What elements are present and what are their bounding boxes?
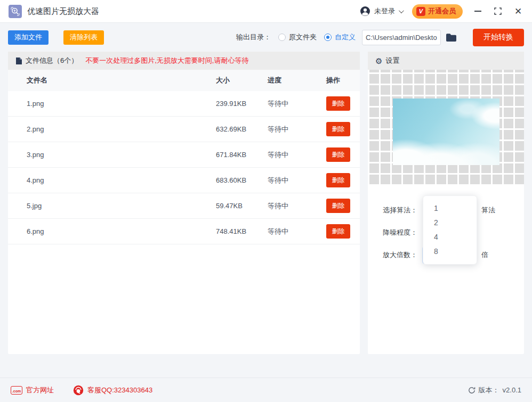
toolbar: 添加文件 清除列表 输出目录： 原文件夹 自定义 开始转换	[0, 23, 532, 52]
settings-header: ⚙ 设置	[368, 52, 524, 70]
titlebar: 优速图片无损放大器 未登录 V 开通会员 ✕	[0, 0, 532, 23]
official-website-label: 官方网址	[26, 385, 54, 395]
version-label: 版本：	[479, 385, 499, 395]
scale-option-4[interactable]: 4	[423, 230, 477, 244]
file-status: 等待中	[268, 99, 326, 109]
vip-badge-icon: V	[416, 7, 425, 16]
transparency-checkerboard	[368, 70, 524, 186]
radio-custom-folder[interactable]: 自定义	[324, 32, 356, 42]
column-filename: 文件名	[27, 76, 216, 85]
file-name: 2.png	[27, 125, 216, 133]
scale-suffix: 倍	[481, 250, 488, 260]
table-row: 2.png 632.69KB 等待中 删除	[8, 117, 360, 142]
app-title: 优速图片无损放大器	[27, 6, 99, 17]
file-status: 等待中	[268, 227, 326, 236]
customer-service-label: 客服QQ:3234303643	[87, 385, 152, 395]
algorithm-suffix: 算法	[481, 206, 495, 215]
app-logo-icon	[9, 5, 22, 18]
file-status: 等待中	[268, 201, 326, 211]
chevron-down-icon	[399, 8, 404, 13]
denoise-label: 降噪程度：	[383, 228, 423, 237]
radio-original-folder[interactable]: 原文件夹	[278, 32, 317, 42]
settings-title: 设置	[385, 56, 399, 65]
file-status: 等待中	[268, 176, 326, 185]
vip-button-label: 开通会员	[428, 6, 456, 16]
file-size: 683.60KB	[216, 176, 268, 184]
clear-list-button[interactable]: 清除列表	[63, 30, 104, 45]
file-name: 5.jpg	[27, 202, 216, 210]
radio-original-icon	[278, 34, 286, 41]
file-name: 4.png	[27, 176, 216, 184]
file-size: 632.69KB	[216, 125, 268, 133]
browse-folder-button[interactable]	[446, 33, 457, 42]
close-icon: ✕	[514, 7, 522, 16]
login-status: 未登录	[374, 6, 395, 16]
file-size: 59.47KB	[216, 202, 268, 210]
file-name: 1.png	[27, 100, 216, 108]
delete-button[interactable]: 删除	[326, 173, 350, 187]
minimize-button[interactable]	[472, 6, 483, 17]
refresh-icon[interactable]	[468, 387, 475, 394]
output-dir-label: 输出目录：	[236, 32, 271, 42]
folder-icon	[446, 33, 457, 42]
table-row: 5.jpg 59.47KB 等待中 删除	[8, 193, 360, 219]
file-panel-warning: 不要一次处理过多图片,无损放大需要时间,请耐心等待	[85, 56, 248, 65]
settings-panel: ⚙ 设置 选择算法： 神经网络 算法 降噪程度： 中	[368, 52, 524, 354]
website-icon: .com	[11, 386, 22, 395]
column-size: 大小	[216, 76, 268, 85]
maximize-button[interactable]	[493, 6, 503, 17]
table-row: 3.png 671.84KB 等待中 删除	[8, 142, 360, 168]
table-row: 1.png 239.91KB 等待中 删除	[8, 91, 360, 117]
version-group: 版本： v2.0.1	[468, 385, 521, 395]
table-header: 文件名 大小 进度 操作	[8, 70, 360, 91]
open-vip-button[interactable]: V 开通会员	[412, 4, 463, 19]
minimize-icon	[474, 11, 481, 12]
gear-icon: ⚙	[375, 57, 382, 65]
file-panel-header: 文件信息（6个） 不要一次处理过多图片,无损放大需要时间,请耐心等待	[8, 52, 360, 70]
file-size: 671.84KB	[216, 151, 268, 159]
headset-icon	[73, 385, 84, 396]
file-panel-title: 文件信息（6个）	[26, 56, 78, 65]
file-status: 等待中	[268, 150, 326, 160]
file-name: 3.png	[27, 151, 216, 159]
document-icon	[15, 57, 22, 65]
user-avatar-icon	[360, 6, 370, 17]
add-files-button[interactable]: 添加文件	[8, 30, 49, 45]
customer-service-link[interactable]: 客服QQ:3234303643	[73, 385, 152, 396]
start-convert-button[interactable]: 开始转换	[473, 29, 524, 46]
radio-custom-icon	[324, 34, 332, 41]
file-status: 等待中	[268, 125, 326, 134]
table-row: 4.png 683.60KB 等待中 删除	[8, 168, 360, 193]
delete-button[interactable]: 删除	[326, 199, 350, 213]
footer: .com 官方网址 客服QQ:3234303643 版本： v2.0.1	[0, 378, 532, 402]
algorithm-label: 选择算法：	[383, 206, 423, 215]
scale-label: 放大倍数：	[383, 250, 423, 260]
image-preview	[393, 99, 499, 165]
maximize-icon	[494, 7, 502, 15]
scale-option-2[interactable]: 2	[423, 216, 477, 230]
radio-original-label: 原文件夹	[289, 32, 317, 42]
delete-button[interactable]: 删除	[326, 147, 350, 162]
login-menu[interactable]: 未登录	[360, 6, 402, 17]
scale-option-8[interactable]: 8	[423, 244, 477, 259]
output-path-input[interactable]	[362, 30, 441, 45]
scale-dropdown-panel: 1 2 4 8	[423, 195, 477, 265]
file-name: 6.png	[27, 227, 216, 235]
column-action: 操作	[326, 76, 349, 85]
file-size: 239.91KB	[216, 100, 268, 108]
scale-option-1[interactable]: 1	[423, 201, 477, 216]
version-value: v2.0.1	[503, 386, 521, 394]
column-progress: 进度	[268, 76, 326, 85]
main-content: 文件信息（6个） 不要一次处理过多图片,无损放大需要时间,请耐心等待 文件名 大…	[8, 52, 524, 354]
file-list-panel: 文件信息（6个） 不要一次处理过多图片,无损放大需要时间,请耐心等待 文件名 大…	[8, 52, 360, 354]
delete-button[interactable]: 删除	[326, 122, 350, 136]
delete-button[interactable]: 删除	[326, 224, 350, 239]
radio-custom-label: 自定义	[335, 32, 356, 42]
table-row: 6.png 748.41KB 等待中 删除	[8, 219, 360, 244]
delete-button[interactable]: 删除	[326, 96, 350, 111]
file-size: 748.41KB	[216, 227, 268, 235]
close-button[interactable]: ✕	[513, 6, 523, 17]
official-website-link[interactable]: .com 官方网址	[11, 385, 54, 395]
